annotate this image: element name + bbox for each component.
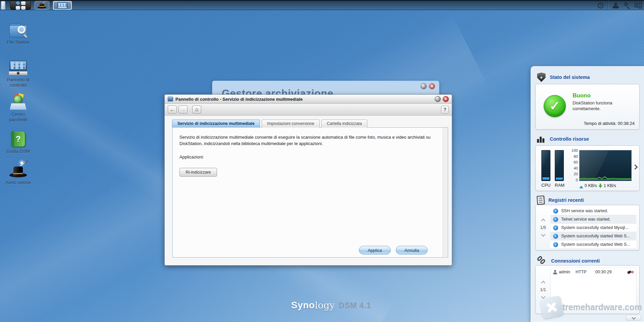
connection-time: 00:30:29 <box>595 270 612 274</box>
health-detail: DiskStation funziona correttamente. <box>573 100 633 112</box>
log-row[interactable]: i System successfully started Web S... <box>550 232 636 240</box>
resource-monitor-box[interactable]: CPU RAM 100 80 60 40 20 0 0 KB/s 1 KB/s <box>535 145 640 191</box>
section-title: Controllo risorse <box>550 136 589 142</box>
dialog-titlebar[interactable]: Pannello di controllo - Servizio di indi… <box>165 95 452 104</box>
control-panel-icon <box>9 60 28 75</box>
network-chart <box>579 150 632 181</box>
applications-label: Applicazioni: <box>179 154 204 159</box>
user-icon <box>612 2 619 8</box>
page-indicator: 1/1 <box>540 287 546 292</box>
scrollbar[interactable] <box>443 128 448 257</box>
info-icon: i <box>598 3 603 8</box>
recent-logs-header: Registri recenti <box>537 196 584 204</box>
log-row[interactable]: i Telnet service was started. <box>550 215 636 224</box>
section-title: Registri recenti <box>548 197 584 203</box>
close-icon[interactable]: × <box>443 96 449 102</box>
user-button[interactable] <box>610 1 621 10</box>
file-station-icon <box>9 24 27 38</box>
info-icon: i <box>553 234 558 239</box>
desktop-icon-quick-launch[interactable]: Avvio veloce <box>2 160 34 185</box>
back-button[interactable]: ← <box>168 105 177 113</box>
system-health-box: ✓ Buono DiskStation funziona correttamen… <box>535 84 640 130</box>
connection-row[interactable]: admin HTTP 00:30:29 × <box>551 268 636 276</box>
taskbar-separator <box>608 0 608 10</box>
help-book-icon: ? <box>11 131 25 147</box>
upload-rate: 0 KB/s <box>585 183 597 188</box>
home-button[interactable]: ⌂ <box>192 105 201 113</box>
desktop-icon-package-center[interactable]: Centro pacchetti <box>2 92 34 122</box>
help-button[interactable]: ? <box>441 106 449 113</box>
dialog-actions: Applica Annulla <box>359 246 428 255</box>
upload-arrow-icon <box>579 184 583 188</box>
system-health-header: + Stato del sistema <box>537 73 590 82</box>
info-icon: i <box>553 209 558 214</box>
dialog-toolbar: ← → ⌂ ? <box>165 104 452 116</box>
control-panel-icon <box>57 2 67 9</box>
dialog-title: Pannello di controllo - Servizio di indi… <box>175 97 303 102</box>
taskbar-right: i <box>595 1 644 10</box>
cpu-meter <box>541 150 550 181</box>
cancel-button[interactable]: Annulla <box>396 246 428 255</box>
desktop-icon-dsm-help[interactable]: ? Guida DSM <box>2 129 34 154</box>
show-desktop-button[interactable] <box>1 1 5 10</box>
health-ok-icon: ✓ <box>544 95 566 117</box>
log-document-icon <box>537 195 545 204</box>
minimize-button[interactable] <box>435 96 441 102</box>
service-description: Servizio di indicizzazione multimediale … <box>179 134 434 147</box>
tab-conversion-settings[interactable]: Impostazioni conversione <box>262 120 320 128</box>
main-menu-icon <box>16 1 25 10</box>
main-menu-button[interactable] <box>10 1 31 10</box>
ram-label: RAM <box>555 183 564 188</box>
section-title: Connessioni correnti <box>551 258 600 264</box>
magic-hat-icon <box>9 162 28 178</box>
taskbar: i <box>0 0 644 10</box>
minimize-button[interactable] <box>421 83 427 89</box>
log-list: i SSH service was started. i Telnet serv… <box>550 207 636 249</box>
network-chart-yticks: 100 80 60 40 20 0 <box>568 148 578 182</box>
dsm-version-text: DSM 4.1 <box>339 301 371 310</box>
desktop-icon-label: File Station <box>2 40 34 45</box>
quick-launch-task-button[interactable] <box>35 1 49 10</box>
connection-user: admin <box>559 270 570 274</box>
shield-icon: + <box>537 73 546 82</box>
info-button[interactable]: i <box>595 1 606 10</box>
page-up-icon[interactable] <box>541 219 545 223</box>
page-indicator: 1/5 <box>540 225 546 230</box>
expand-resources-chevron-icon[interactable] <box>633 165 638 170</box>
brand-text: Syno <box>291 300 315 311</box>
log-row[interactable]: i System successfully started Web S... <box>550 240 636 249</box>
close-icon[interactable]: × <box>429 83 435 89</box>
page-down-icon[interactable] <box>541 232 545 237</box>
dialog-body: Servizio di indicizzazione multimediale … <box>165 116 452 265</box>
bar-chart-icon <box>537 135 546 143</box>
ram-meter <box>555 150 564 181</box>
synology-watermark: Synology DSM 4.1 <box>291 300 371 311</box>
log-row[interactable]: i SSH service was started. <box>550 207 636 215</box>
site-watermark: xtremehardware.com <box>541 297 642 317</box>
desktop-icon-control-panel[interactable]: Pannello di controllo <box>2 58 34 88</box>
forward-button[interactable]: → <box>178 105 187 113</box>
widget-pane-button[interactable] <box>633 1 644 10</box>
recent-logs-box: 1/5 i SSH service was started. i Telnet … <box>535 205 640 250</box>
tab-indexed-folder[interactable]: Cartella indicizzata <box>321 120 367 128</box>
log-row[interactable]: i System successfully started Mysql... <box>550 224 636 232</box>
control-panel-task-button[interactable] <box>53 1 72 10</box>
widget-pane-icon <box>635 2 642 8</box>
reindex-button[interactable]: Ri-indicizzare <box>179 168 217 177</box>
search-button[interactable] <box>621 1 633 10</box>
connections-header: Connessioni correnti <box>537 256 600 266</box>
health-status: Buono <box>573 92 591 99</box>
disconnect-icon[interactable]: × <box>627 270 634 275</box>
desktop-icon-label: Pannello di controllo <box>2 77 34 88</box>
magic-hat-icon <box>38 2 46 9</box>
x-logo <box>540 295 564 319</box>
info-icon: i <box>553 217 558 222</box>
desktop-icon-file-station[interactable]: File Station <box>2 20 34 45</box>
logs-pager: 1/5 <box>537 205 549 250</box>
apply-button[interactable]: Applica <box>359 246 391 255</box>
user-icon <box>553 270 557 274</box>
page-up-icon[interactable] <box>541 281 545 285</box>
desktop-icon-label: Guida DSM <box>2 149 34 154</box>
uptime-text: Tempo di attività: 00:38:24 <box>584 121 635 126</box>
tab-media-indexing-service[interactable]: Servizio di indicizzazione multimediale <box>172 120 260 128</box>
